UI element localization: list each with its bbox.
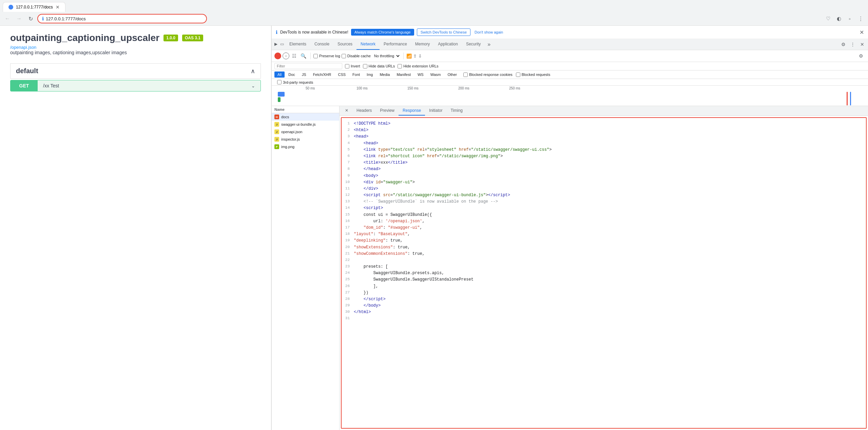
- detail-close-btn[interactable]: ✕: [341, 106, 352, 116]
- match-language-btn[interactable]: Always match Chrome's language: [351, 29, 414, 36]
- line-number: 26: [342, 283, 354, 290]
- devtools-close-btn[interactable]: ✕: [858, 40, 867, 49]
- line-number: 22: [342, 257, 354, 264]
- line-content: url: '/openapi.json',: [354, 218, 425, 225]
- browser-toolbar-icons: ♡ ◐ ▫ ⋮: [823, 14, 865, 23]
- preserve-log-input[interactable]: [313, 54, 318, 58]
- devtools-settings-btn[interactable]: ⚙: [839, 40, 848, 49]
- endpoint-row[interactable]: GET /xx Test ⌄: [10, 80, 261, 91]
- line-number: 12: [342, 192, 354, 199]
- blocked-requests-label: Blocked requests: [522, 73, 550, 77]
- filter-ws[interactable]: WS: [414, 71, 427, 78]
- filter-manifest[interactable]: Manifest: [393, 71, 414, 78]
- filter-input[interactable]: [274, 63, 342, 69]
- file-item-img[interactable]: P img.png: [272, 143, 339, 150]
- tab-application[interactable]: Application: [434, 39, 462, 50]
- timeline-label-250ms: 250 ms: [509, 86, 520, 90]
- filter-img[interactable]: Img: [364, 71, 376, 78]
- switch-devtools-btn[interactable]: Switch DevTools to Chinese: [417, 28, 470, 36]
- filter-font[interactable]: Font: [349, 71, 363, 78]
- tab-memory[interactable]: Memory: [411, 39, 434, 50]
- record-btn[interactable]: [274, 53, 281, 59]
- active-tab[interactable]: 127.0.0.1:7777/docs ✕: [3, 2, 65, 12]
- devtools-options-btn[interactable]: ⋮: [848, 40, 857, 49]
- search-icon[interactable]: 🔍: [299, 53, 308, 59]
- oas-badge: OAS 3.1: [182, 35, 203, 41]
- detail-tab-timing[interactable]: Timing: [446, 106, 467, 116]
- tab-performance[interactable]: Performance: [380, 39, 411, 50]
- blocked-requests-checkbox[interactable]: Blocked requests: [516, 73, 550, 77]
- code-line: 13 <!-- `SwaggerUIBundle` is now availab…: [342, 199, 866, 205]
- file-item-docs[interactable]: H docs: [272, 113, 339, 121]
- tabs-more-btn[interactable]: »: [485, 39, 493, 49]
- code-line: 2<html>: [342, 127, 866, 134]
- disable-cache-input[interactable]: [342, 54, 346, 58]
- file-item-inspector[interactable]: J inspector.js: [272, 136, 339, 143]
- back-btn[interactable]: ←: [3, 14, 12, 23]
- code-line: 14 <script>: [342, 205, 866, 211]
- address-bar[interactable]: ℹ 127.0.0.1:7777/docs: [37, 14, 207, 23]
- detail-tab-headers[interactable]: Headers: [352, 106, 376, 116]
- section-header[interactable]: default ∧: [10, 63, 261, 79]
- detail-tab-initiator[interactable]: Initiator: [425, 106, 446, 116]
- reload-btn[interactable]: ↻: [26, 14, 35, 23]
- nav-bar: ← → ↻ ℹ 127.0.0.1:7777/docs ♡ ◐ ▫ ⋮: [0, 12, 868, 25]
- clear-btn[interactable]: ○: [283, 53, 289, 59]
- filter-fetch-xhr[interactable]: Fetch/XHR: [310, 71, 334, 78]
- network-settings-btn[interactable]: ⚙: [856, 52, 865, 60]
- disable-cache-checkbox[interactable]: Disable cache: [342, 54, 371, 58]
- hide-data-urls-input[interactable]: [363, 64, 367, 68]
- code-line: 16 url: '/openapi.json',: [342, 218, 866, 225]
- dont-show-again-link[interactable]: Don't show again: [475, 30, 503, 34]
- filter-all[interactable]: All: [274, 71, 285, 78]
- invert-input[interactable]: [345, 64, 349, 68]
- throttle-select[interactable]: No throttling: [372, 53, 401, 59]
- line-content: }): [354, 290, 368, 296]
- line-content: <div id="swagger-ui">: [354, 179, 415, 186]
- hide-data-urls-checkbox[interactable]: Hide data URLs: [363, 64, 395, 68]
- file-item-openapi[interactable]: J openapi.json: [272, 128, 339, 136]
- blocked-cookies-input[interactable]: [463, 73, 468, 77]
- profile-btn[interactable]: ◐: [834, 14, 844, 23]
- blocked-cookies-checkbox[interactable]: Blocked response cookies: [463, 73, 513, 77]
- filter-icon[interactable]: ☷: [291, 53, 298, 59]
- filter-css[interactable]: CSS: [335, 71, 349, 78]
- openapi-link[interactable]: /openapi.json: [10, 45, 36, 50]
- tab-security[interactable]: Security: [462, 39, 485, 50]
- tab-console[interactable]: Console: [310, 39, 333, 50]
- tab-responsive[interactable]: ▭: [279, 40, 285, 49]
- notification-close-btn[interactable]: ✕: [860, 29, 864, 36]
- tab-network[interactable]: Network: [356, 39, 380, 50]
- devtools-settings: ⚙ ⋮ ✕: [839, 40, 867, 49]
- tab-sources[interactable]: Sources: [333, 39, 356, 50]
- forward-btn[interactable]: →: [14, 14, 24, 23]
- more-btn[interactable]: ⋮: [856, 14, 865, 23]
- code-line: 10 <div id="swagger-ui">: [342, 179, 866, 186]
- hide-ext-urls-label: Hide extension URLs: [403, 64, 438, 68]
- tab-cursor[interactable]: ▶: [273, 40, 279, 49]
- hide-ext-urls-checkbox[interactable]: Hide extension URLs: [398, 64, 438, 68]
- detail-tab-preview[interactable]: Preview: [376, 106, 399, 116]
- filter-js[interactable]: JS: [299, 71, 309, 78]
- line-number: 9: [342, 173, 354, 179]
- swagger-bundle-name: swagger-ui-bundle.js: [281, 122, 316, 126]
- invert-checkbox[interactable]: Invert: [345, 64, 360, 68]
- endpoint-chevron-icon: ⌄: [246, 81, 261, 91]
- filter-doc[interactable]: Doc: [285, 71, 298, 78]
- third-party-checkbox[interactable]: 3rd-party requests: [277, 80, 865, 84]
- hide-ext-urls-input[interactable]: [398, 64, 402, 68]
- file-item-swagger-bundle[interactable]: J swagger-ui-bundle.js: [272, 121, 339, 128]
- tab-close-btn[interactable]: ✕: [56, 4, 60, 10]
- preserve-log-checkbox[interactable]: Preserve log: [313, 54, 340, 58]
- extensions-btn[interactable]: ▫: [845, 14, 854, 23]
- filter-media[interactable]: Media: [377, 71, 393, 78]
- code-line: 8 </head>: [342, 166, 866, 172]
- detail-tab-response[interactable]: Response: [399, 106, 425, 116]
- tab-elements[interactable]: Elements: [285, 39, 310, 50]
- third-party-input[interactable]: [277, 80, 282, 84]
- docs-file-name: docs: [281, 115, 289, 119]
- blocked-requests-input[interactable]: [516, 73, 520, 77]
- bookmark-btn[interactable]: ♡: [823, 14, 833, 23]
- filter-other[interactable]: Other: [444, 71, 460, 78]
- filter-wasm[interactable]: Wasm: [427, 71, 444, 78]
